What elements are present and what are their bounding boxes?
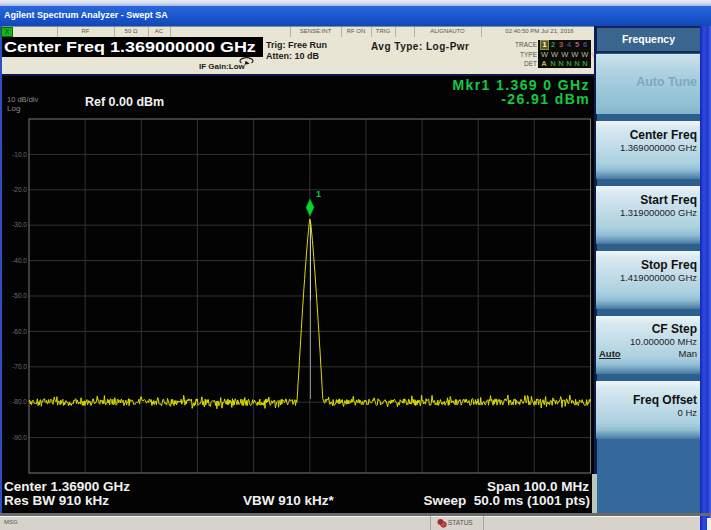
svg-text:1: 1 <box>316 189 321 199</box>
svg-text:-70.0: -70.0 <box>12 363 27 370</box>
svg-text:-30.0: -30.0 <box>12 221 27 228</box>
svg-text:-50.0: -50.0 <box>12 292 27 299</box>
svg-text:-90.0: -90.0 <box>12 434 27 441</box>
svg-text:-10.0: -10.0 <box>12 151 27 158</box>
svg-text:-60.0: -60.0 <box>12 328 27 335</box>
svg-text:-80.0: -80.0 <box>12 398 27 405</box>
svg-text:-20.0: -20.0 <box>12 186 27 193</box>
svg-text:-40.0: -40.0 <box>12 257 27 264</box>
